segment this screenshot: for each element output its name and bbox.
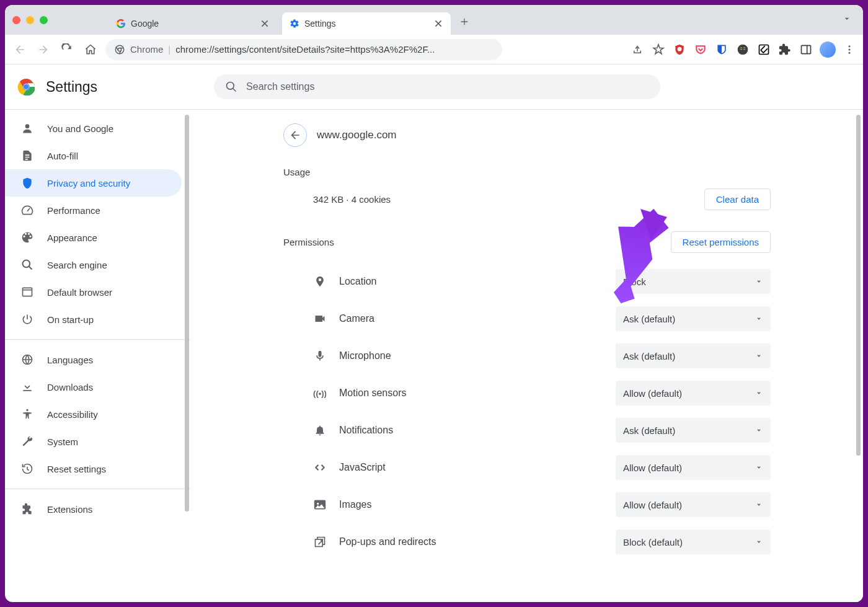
sidebar-item-reset[interactable]: Reset settings [5, 455, 182, 482]
perm-select-microphone[interactable]: Ask (default) [616, 343, 771, 368]
globe-icon [21, 353, 33, 366]
sidebar-label: Accessibility [47, 409, 98, 420]
extension-icon-1[interactable] [735, 42, 750, 57]
settings-title: Settings [46, 79, 97, 95]
wrench-icon [21, 435, 33, 448]
chevron-down-icon [755, 389, 763, 397]
sidebar-item-performance[interactable]: Performance [5, 197, 182, 224]
panel-back-button[interactable] [283, 123, 307, 147]
tab-google[interactable]: Google [108, 12, 277, 35]
autofill-icon [21, 149, 33, 162]
tab-settings[interactable]: Settings [282, 12, 451, 35]
forward-button[interactable] [35, 41, 52, 58]
browser-toolbar: Chrome | chrome://settings/content/siteD… [5, 35, 863, 64]
settings-page: Settings Search settings You and Google … [5, 64, 863, 602]
clear-data-button[interactable]: Clear data [704, 188, 771, 210]
image-icon [313, 498, 327, 512]
sidebar-item-appearance[interactable]: Appearance [5, 224, 182, 251]
star-icon[interactable] [651, 42, 666, 57]
perm-select-notifications[interactable]: Ask (default) [616, 418, 771, 443]
back-button[interactable] [11, 41, 29, 58]
minimize-window[interactable] [26, 16, 34, 24]
sidebar-label: System [47, 436, 78, 447]
pocket-icon[interactable] [693, 42, 708, 57]
sidebar-item-on-startup[interactable]: On start-up [5, 306, 182, 333]
extensions-icon[interactable] [777, 42, 792, 57]
sidebar-item-privacy[interactable]: Privacy and security [5, 169, 182, 197]
svg-point-16 [25, 124, 30, 128]
menu-icon[interactable] [842, 42, 857, 57]
svg-point-15 [227, 82, 234, 90]
usage-section-label: Usage [283, 159, 771, 188]
close-window[interactable] [12, 16, 20, 24]
url-prefix: Chrome [130, 44, 163, 55]
code-icon [313, 461, 327, 474]
bitwarden-icon[interactable] [714, 42, 729, 57]
sidebar-item-accessibility[interactable]: Accessibility [5, 401, 182, 428]
perm-select-location[interactable]: Block [616, 269, 771, 294]
sidebar-label: You and Google [47, 123, 113, 134]
usage-row: 342 KB · 4 cookies Clear data [283, 188, 771, 225]
sidebar-scrollbar[interactable] [185, 115, 189, 512]
sidebar-item-you-and-google[interactable]: You and Google [5, 115, 182, 142]
sidebar-label: Auto-fill [47, 151, 78, 161]
browser-icon [21, 286, 33, 298]
perm-label: Pop-ups and redirects [339, 536, 603, 547]
tab-label: Settings [304, 19, 428, 29]
perm-label: Motion sensors [339, 388, 603, 399]
usage-value: 342 KB · 4 cookies [313, 194, 391, 205]
divider [5, 489, 190, 489]
extension-icon-2[interactable] [756, 42, 771, 57]
perm-row-popups: Pop-ups and redirects Block (default) [283, 523, 771, 560]
main-scrollbar[interactable] [856, 115, 861, 456]
popup-icon [313, 535, 327, 549]
chevron-down-icon [755, 538, 763, 546]
sidebar-label: Privacy and security [47, 178, 130, 188]
microphone-icon [313, 349, 327, 363]
perm-select-images[interactable]: Allow (default) [616, 492, 771, 517]
new-tab-button[interactable] [456, 13, 473, 30]
close-tab-icon[interactable] [433, 19, 443, 29]
sidebar-item-system[interactable]: System [5, 428, 182, 455]
tabs-dropdown-icon[interactable] [842, 14, 852, 26]
chrome-icon [114, 44, 125, 55]
sidebar-item-autofill[interactable]: Auto-fill [5, 142, 182, 169]
sidebar-item-search-engine[interactable]: Search engine [5, 251, 182, 278]
reload-button[interactable] [58, 41, 76, 58]
sidebar-item-default-browser[interactable]: Default browser [5, 278, 182, 306]
svg-point-20 [26, 409, 28, 411]
sidebar-item-downloads[interactable]: Downloads [5, 373, 182, 401]
address-bar[interactable]: Chrome | chrome://settings/content/siteD… [105, 39, 502, 60]
google-favicon [116, 19, 126, 29]
perm-select-camera[interactable]: Ask (default) [616, 306, 771, 331]
profile-avatar[interactable] [820, 42, 836, 58]
share-icon[interactable] [630, 42, 645, 57]
perm-select-popups[interactable]: Block (default) [616, 529, 771, 554]
perm-select-javascript[interactable]: Allow (default) [616, 455, 771, 480]
ublock-icon[interactable] [672, 42, 687, 57]
sidebar-label: Performance [47, 205, 100, 216]
home-button[interactable] [82, 41, 99, 58]
shield-icon [21, 177, 33, 189]
sidebar-label: Search engine [47, 260, 107, 270]
accessibility-icon [21, 408, 33, 420]
perm-select-motion[interactable]: Allow (default) [616, 381, 771, 405]
perm-row-notifications: Notifications Ask (default) [283, 412, 771, 449]
sidebar-item-languages[interactable]: Languages [5, 346, 182, 373]
sidebar-item-extensions[interactable]: Extensions [5, 495, 182, 523]
chevron-down-icon [755, 500, 763, 509]
perm-row-javascript: JavaScript Allow (default) [283, 449, 771, 486]
maximize-window[interactable] [40, 16, 48, 24]
close-tab-icon[interactable] [260, 19, 270, 29]
reset-permissions-button[interactable]: Reset permissions [671, 231, 771, 253]
perm-label: Notifications [339, 425, 603, 436]
search-settings-input[interactable]: Search settings [214, 74, 660, 99]
sidebar-label: Downloads [47, 382, 93, 392]
restore-icon [21, 463, 33, 475]
sidepanel-icon[interactable] [799, 42, 813, 57]
power-icon [21, 313, 33, 326]
site-hostname: www.google.com [317, 129, 397, 141]
chevron-down-icon [755, 352, 763, 360]
palette-icon [21, 231, 33, 244]
perm-label: JavaScript [339, 462, 603, 473]
